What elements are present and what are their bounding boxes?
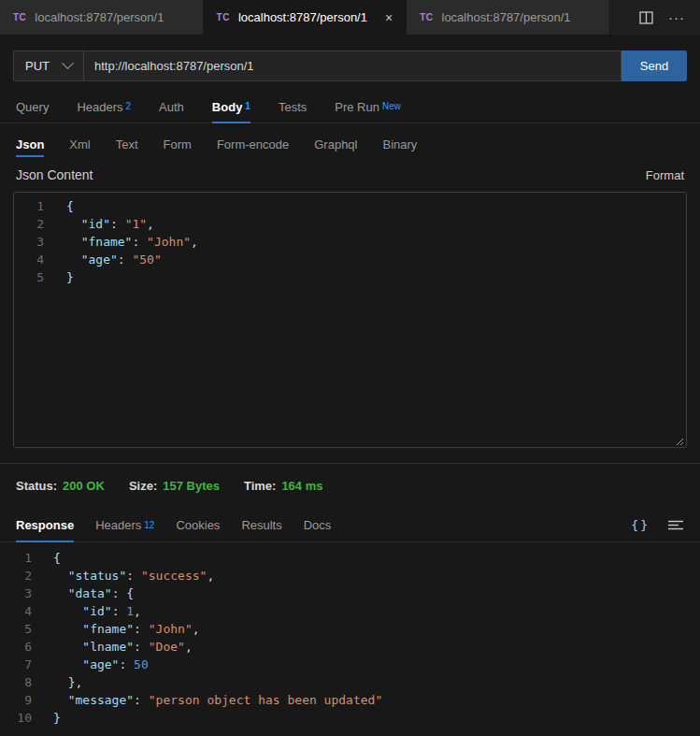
lines-view-icon[interactable]	[668, 519, 684, 531]
line-number: 4	[0, 602, 32, 620]
url-input[interactable]	[84, 51, 621, 80]
line-number: 10	[0, 709, 32, 727]
response-status-bar: Status: 200 OK Size: 157 Bytes Time: 164…	[0, 464, 700, 507]
resize-handle-icon[interactable]	[674, 435, 684, 445]
line-number: 6	[0, 638, 32, 656]
tab-label: Cookies	[176, 518, 220, 532]
editor-tab-2[interactable]: TClocalhost:8787/person/1×	[204, 0, 407, 35]
send-button[interactable]: Send	[621, 51, 687, 81]
code-text: {	[66, 197, 74, 215]
tab-badge: New	[382, 102, 401, 111]
url-group: PUT	[13, 51, 621, 81]
code-line: 4 "age": "50"	[14, 251, 686, 268]
line-number: 2	[0, 567, 32, 584]
method-dropdown[interactable]: PUT	[14, 51, 84, 80]
format-button[interactable]: Format	[646, 168, 684, 182]
code-line: 4 "id": 1,	[0, 602, 700, 620]
code-text: }	[66, 268, 74, 286]
response-tab-cookies[interactable]: Cookies	[176, 509, 220, 541]
code-line: 5 "fname": "John",	[0, 620, 700, 638]
response-tab-docs[interactable]: Docs	[304, 509, 332, 541]
tab-label: Headers	[95, 518, 141, 532]
body-tab-binary[interactable]: Binary	[382, 134, 417, 155]
response-tab-response[interactable]: Response	[16, 509, 74, 541]
code-text: "age": 50	[53, 656, 149, 673]
code-text: "age": "50"	[66, 251, 162, 268]
chevron-down-icon	[62, 57, 74, 69]
tab-tests[interactable]: Tests	[279, 91, 307, 123]
time-label: Time:	[244, 479, 276, 493]
request-tabs: QueryHeaders2AuthBody1TestsPre RunNew	[0, 91, 700, 123]
tab-badge: 2	[126, 102, 132, 111]
response-body-viewer[interactable]: 1{2 "status": "success",3 "data": {4 "id…	[0, 542, 700, 727]
code-line: 6 "lname": "Doe",	[0, 638, 700, 656]
body-tab-graphql[interactable]: Graphql	[314, 134, 357, 155]
body-tab-form-encode[interactable]: Form-encode	[217, 134, 289, 155]
line-number: 5	[0, 620, 32, 638]
size-value: 157 Bytes	[163, 479, 220, 493]
code-text: "fname": "John",	[66, 233, 198, 251]
request-bar: PUT Send	[13, 51, 687, 81]
line-number: 9	[0, 691, 32, 709]
code-text: },	[53, 673, 82, 691]
tab-pre-run[interactable]: Pre RunNew	[335, 91, 401, 123]
code-line: 8 },	[0, 673, 700, 691]
tab-label: Headers	[77, 100, 122, 114]
code-line: 7 "age": 50	[0, 656, 700, 673]
tab-badge: 12	[144, 521, 154, 530]
body-tab-xml[interactable]: Xml	[69, 134, 90, 155]
response-tab-results[interactable]: Results	[241, 509, 281, 541]
tab-label: Auth	[159, 100, 184, 114]
tab-label: Docs	[304, 518, 332, 532]
code-line: 5}	[14, 268, 686, 286]
more-actions-icon[interactable]: ···	[668, 9, 685, 25]
tab-body[interactable]: Body1	[212, 91, 250, 123]
response-tabs: ResponseHeaders12CookiesResultsDocs {}	[0, 509, 700, 542]
editor-tab-label: localhost:8787/person/1	[442, 10, 571, 24]
method-label: PUT	[25, 59, 50, 73]
line-number: 3	[14, 233, 44, 251]
status-value: 200 OK	[63, 479, 105, 493]
response-tab-headers[interactable]: Headers12	[95, 509, 154, 541]
line-number: 5	[14, 268, 44, 286]
line-number: 8	[0, 673, 32, 691]
code-text: "id": 1,	[53, 602, 141, 620]
editor-tab-3[interactable]: TClocalhost:8787/person/1×	[407, 0, 610, 35]
code-view-icon[interactable]: {}	[631, 518, 650, 532]
tab-auth[interactable]: Auth	[159, 91, 184, 123]
code-text: "message": "person object has been updat…	[53, 691, 382, 709]
code-line: 3 "data": {	[0, 584, 700, 602]
tab-label: Query	[16, 100, 49, 114]
editor-tab-1[interactable]: TClocalhost:8787/person/1×	[0, 0, 204, 35]
code-line: 2 "status": "success",	[0, 567, 700, 584]
tab-label: Body	[212, 100, 243, 114]
line-number: 4	[14, 251, 44, 268]
thunder-client-icon: TC	[13, 12, 26, 22]
body-tab-text[interactable]: Text	[116, 134, 138, 155]
body-tab-form[interactable]: Form	[164, 134, 192, 155]
code-line: 1{	[14, 197, 686, 215]
line-number: 1	[0, 549, 32, 567]
tab-label: Pre Run	[335, 100, 379, 114]
thunder-client-icon: TC	[217, 12, 230, 22]
code-text: {	[53, 549, 61, 567]
code-text: "lname": "Doe",	[53, 638, 193, 656]
status-label: Status:	[16, 479, 57, 493]
line-number: 2	[14, 215, 44, 233]
json-body-editor[interactable]: 1{2 "id": "1",3 "fname": "John",4 "age":…	[13, 192, 687, 448]
tab-badge: 1	[245, 102, 250, 111]
close-icon[interactable]: ×	[385, 10, 393, 25]
tab-headers[interactable]: Headers2	[77, 91, 131, 123]
tab-label: Response	[16, 518, 74, 532]
code-line: 3 "fname": "John",	[14, 233, 686, 251]
tab-query[interactable]: Query	[16, 91, 49, 123]
code-text: "data": {	[53, 584, 134, 602]
split-editor-icon[interactable]	[639, 11, 653, 24]
line-number: 3	[0, 584, 32, 602]
body-tab-json[interactable]: Json	[16, 134, 44, 155]
body-type-tabs: JsonXmlTextFormForm-encodeGraphqlBinary	[0, 123, 700, 166]
tab-label: Results	[241, 518, 281, 532]
code-text: "status": "success",	[53, 567, 214, 584]
body-section-title: Json Content	[16, 167, 93, 182]
line-number: 1	[14, 197, 44, 215]
